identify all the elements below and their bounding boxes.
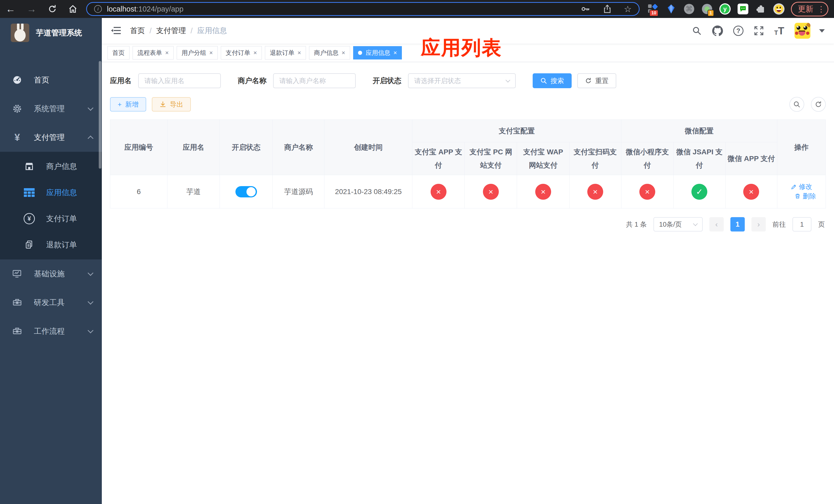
tab-app-info[interactable]: 应用信息× (353, 46, 402, 60)
breadcrumb-home[interactable]: 首页 (130, 26, 145, 36)
extension-badge: 10 (649, 10, 658, 17)
sidebar-item-app-info[interactable]: 应用信息 (0, 180, 102, 206)
font-size-icon[interactable]: TT (774, 26, 784, 36)
col-wx-jsapi: 微信 JSAPI 支付 (674, 142, 725, 175)
extension-y-icon[interactable]: y (719, 3, 731, 15)
navbar-tools: ? TT (692, 23, 825, 39)
reset-button[interactable]: 重置 (577, 73, 616, 88)
pagination: 共 1 条 10条/页 ‹ 1 › 前往 页 (110, 217, 826, 231)
merchant-name-input[interactable] (273, 73, 356, 88)
prev-page-button[interactable]: ‹ (709, 217, 724, 231)
sidebar-item-dev-tools[interactable]: 研发工具 (0, 288, 102, 317)
extension-command-icon[interactable]: ⌘ (683, 3, 695, 15)
fullscreen-icon[interactable] (754, 26, 764, 36)
alipay-qr-status-icon: × (587, 184, 603, 200)
add-button[interactable]: + 新增 (110, 97, 146, 112)
refresh-table-button[interactable] (811, 97, 826, 112)
tab-home[interactable]: 首页 (107, 46, 130, 60)
tab-user-group[interactable]: 用户分组× (177, 46, 218, 60)
alipay-pc-status-icon: × (483, 184, 499, 200)
close-icon[interactable]: × (393, 49, 397, 56)
app-logo-image (11, 24, 29, 42)
forward-icon[interactable]: → (27, 4, 37, 14)
breadcrumb-payment[interactable]: 支付管理 (156, 26, 186, 36)
sidebar-item-home[interactable]: 首页 (0, 66, 102, 94)
search-button[interactable]: 搜索 (533, 73, 572, 88)
user-avatar[interactable] (794, 23, 810, 39)
browser-menu-kebab-icon[interactable]: ⋮ (817, 5, 825, 14)
cell-app-name: 芋道 (168, 175, 220, 208)
extension-chat-icon[interactable] (737, 3, 749, 15)
sidebar-item-label: 支付管理 (34, 132, 77, 143)
tab-pay-orders[interactable]: 支付订单× (221, 46, 262, 60)
github-icon[interactable] (712, 25, 723, 36)
browser-update-button[interactable]: 更新 ⋮ (791, 2, 828, 17)
goto-label: 前往 (772, 220, 786, 229)
help-icon[interactable]: ? (733, 26, 744, 36)
sidebar-item-pay-orders[interactable]: ¥ 支付订单 (0, 206, 102, 232)
user-menu-caret-icon[interactable] (819, 29, 825, 32)
close-icon[interactable]: × (298, 49, 301, 56)
sidebar-collapse-icon[interactable] (111, 26, 121, 35)
col-alipay-pc: 支付宝 PC 网站支付 (465, 142, 517, 175)
browser-profile-avatar[interactable] (773, 3, 785, 15)
reload-icon[interactable] (48, 4, 57, 14)
sidebar-item-label: 研发工具 (34, 297, 77, 308)
goto-page-input[interactable] (792, 217, 811, 231)
edit-link[interactable]: 修改 (791, 182, 812, 191)
bookmark-star-icon[interactable]: ☆ (624, 4, 632, 14)
sidebar-item-system[interactable]: 系统管理 (0, 94, 102, 123)
chevron-down-icon (88, 105, 94, 111)
tab-refund-orders[interactable]: 退款订单× (265, 46, 306, 60)
export-button[interactable]: 导出 (152, 97, 191, 112)
extension-profile-icon[interactable]: 1 (701, 3, 713, 15)
sidebar-item-merchant-info[interactable]: 商户信息 (0, 153, 102, 180)
dashboard-icon (12, 75, 23, 85)
delete-link[interactable]: 删除 (794, 192, 816, 201)
col-actions: 操作 (777, 120, 826, 175)
cell-merchant: 芋道源码 (272, 175, 324, 208)
app-name-input[interactable] (138, 73, 221, 88)
close-icon[interactable]: × (165, 49, 169, 56)
site-info-icon[interactable]: i (94, 5, 102, 13)
close-icon[interactable]: × (209, 49, 213, 56)
sidebar-item-label: 支付订单 (46, 213, 77, 224)
tab-merchant-info[interactable]: 商户信息× (309, 46, 350, 60)
sidebar-logo[interactable]: 芋道管理系统 (0, 18, 102, 48)
next-page-button[interactable]: › (751, 217, 766, 231)
status-toggle[interactable] (236, 186, 257, 198)
share-icon[interactable] (602, 4, 612, 14)
status-label: 开启状态 (373, 76, 401, 86)
sidebar-scrollbar[interactable] (99, 61, 101, 169)
tab-process-form[interactable]: 流程表单× (133, 46, 174, 60)
plus-icon: + (118, 100, 122, 109)
back-icon[interactable]: ← (6, 4, 15, 14)
col-app-id: 应用编号 (110, 120, 168, 175)
page-number-1[interactable]: 1 (730, 217, 745, 231)
table-toolbar: + 新增 导出 (110, 97, 826, 112)
sidebar-item-label: 首页 (34, 75, 93, 85)
document-copy-icon (24, 240, 35, 250)
url-text: localhost:1024/pay/app (107, 5, 576, 13)
extensions-puzzle-icon[interactable] (755, 3, 767, 15)
sidebar-item-infrastructure[interactable]: 基础设施 (0, 259, 102, 288)
sidebar-item-payment[interactable]: ¥ 支付管理 (0, 123, 102, 152)
header-search-icon[interactable] (692, 26, 702, 36)
chevron-down-icon (88, 299, 94, 305)
url-bar[interactable]: i localhost:1024/pay/app ☆ (86, 2, 640, 16)
password-key-icon[interactable] (581, 4, 591, 14)
sidebar-item-workflow[interactable]: 工作流程 (0, 317, 102, 346)
toggle-search-button[interactable] (789, 97, 804, 112)
chevron-down-icon (88, 328, 94, 334)
extension-composite-icon[interactable]: 10 (647, 3, 659, 15)
sidebar-item-refund-orders[interactable]: 退款订单 (0, 232, 102, 258)
screen: ← → i localhost:1024/pay/app (0, 0, 834, 504)
page-size-select[interactable]: 10条/页 (654, 217, 703, 231)
extension-balloon-icon[interactable] (665, 3, 677, 15)
home-icon[interactable] (68, 4, 78, 14)
wechat-jsapi-status-icon: ✓ (692, 184, 707, 200)
status-select[interactable]: 请选择开启状态 (408, 73, 516, 88)
close-icon[interactable]: × (254, 49, 257, 56)
close-icon[interactable]: × (342, 49, 345, 56)
group-wechat-config: 微信配置 (621, 120, 777, 142)
